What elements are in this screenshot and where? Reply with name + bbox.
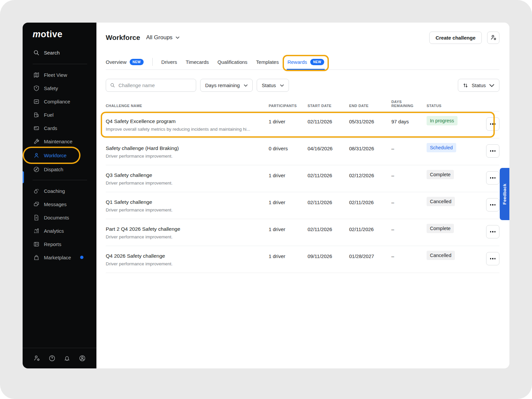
participants-cell: 1 driver — [269, 246, 308, 259]
sidebar-item-analytics[interactable]: Analytics — [23, 224, 96, 237]
end-date-cell: 01/28/2027 — [349, 246, 391, 259]
sidebar-divider — [33, 64, 87, 64]
map-icon — [33, 72, 40, 78]
row-menu-button[interactable] — [486, 117, 499, 131]
person-icon — [33, 152, 40, 159]
challenge-name: Q1 Safety challenge — [106, 199, 262, 205]
feedback-label: Feedback — [502, 184, 507, 204]
user-settings-icon[interactable] — [33, 355, 40, 362]
table-row[interactable]: Q4 Safety Excellence program Improve ove… — [106, 111, 499, 138]
report-icon — [33, 241, 40, 247]
challenge-description: Driver performance improvement. — [106, 261, 262, 266]
user-settings-button[interactable] — [487, 32, 499, 44]
sidebar-item-dispatch[interactable]: Dispatch — [23, 163, 96, 176]
challenge-search-input[interactable] — [118, 82, 192, 88]
chevron-down-icon — [176, 36, 180, 39]
sidebar-item-messages[interactable]: Messages — [23, 198, 96, 211]
days-remaining-cell: – — [391, 219, 427, 232]
tab-label: Qualifications — [217, 59, 247, 65]
table-row[interactable]: Part 2 Q4 2026 Safety challenge Driver p… — [106, 219, 499, 246]
challenge-search[interactable] — [106, 79, 196, 92]
new-badge: NEW — [310, 59, 325, 65]
tab-label: Drivers — [161, 59, 177, 65]
tab-rewards[interactable]: Rewards NEW — [287, 54, 324, 69]
filter-label: Days remaining — [205, 82, 240, 88]
fuel-icon — [33, 112, 40, 118]
shield-icon — [33, 85, 40, 91]
bag-icon — [33, 254, 40, 261]
group-selector[interactable]: All Groups — [146, 34, 179, 41]
account-icon[interactable] — [79, 355, 86, 362]
end-date-cell: 05/31/2026 — [349, 111, 391, 124]
row-menu-button[interactable] — [486, 198, 499, 211]
card-icon — [33, 125, 40, 131]
challenge-description: Improve overall safety metrics by reduci… — [106, 127, 262, 132]
notifications-icon[interactable] — [64, 355, 70, 362]
row-menu-button[interactable] — [486, 171, 499, 185]
sidebar-item-fuel[interactable]: Fuel — [23, 108, 96, 121]
chevron-down-icon — [244, 84, 248, 87]
screenshot-canvas: mmotiveotive Search Fleet View Safety Co… — [0, 0, 532, 399]
participants-cell: 1 driver — [269, 165, 308, 178]
sidebar-item-label: Maintenance — [44, 139, 72, 144]
table-row[interactable]: Q4 2026 Safety challenge Driver performa… — [106, 246, 499, 273]
sidebar-item-label: Marketplace — [44, 255, 71, 260]
tab-overview[interactable]: Overview NEW — [106, 54, 144, 69]
active-nav-indicator — [23, 171, 24, 183]
tab-templates[interactable]: Templates — [256, 54, 279, 69]
challenge-name: Safety challenge (Hard Braking) — [106, 145, 262, 151]
tab-label: Overview — [106, 59, 127, 65]
app-window: mmotiveotive Search Fleet View Safety Co… — [23, 23, 509, 368]
sidebar-item-marketplace[interactable]: Marketplace — [23, 251, 96, 264]
sidebar-item-compliance[interactable]: Compliance — [23, 95, 96, 108]
sidebar: mmotiveotive Search Fleet View Safety Co… — [23, 23, 96, 368]
table-row[interactable]: Q1 Safety challenge Driver performance i… — [106, 192, 499, 219]
tab-drivers[interactable]: Drivers — [161, 54, 177, 69]
search-icon — [33, 50, 40, 56]
sort-control[interactable]: Status — [458, 79, 499, 92]
row-menu-button[interactable] — [486, 225, 499, 238]
days-remaining-filter[interactable]: Days remaining — [200, 79, 253, 92]
column-header: Status — [427, 104, 486, 108]
start-date-cell: 09/11/2026 — [308, 246, 349, 259]
page-title: Workforce — [106, 34, 140, 42]
tab-timecards[interactable]: Timecards — [186, 54, 209, 69]
start-date-cell: 04/16/2026 — [308, 138, 349, 151]
days-remaining-cell: – — [391, 192, 427, 205]
sidebar-item-maintenance[interactable]: Maintenance — [23, 135, 96, 148]
sidebar-search-label: Search — [44, 50, 60, 56]
row-menu-button[interactable] — [486, 144, 499, 158]
participants-cell: 1 driver — [269, 111, 308, 124]
sidebar-divider — [33, 180, 87, 180]
end-date-cell: 08/31/2026 — [349, 138, 391, 151]
document-icon — [33, 214, 40, 221]
end-date-cell: 02/11/2026 — [349, 192, 391, 205]
challenge-name: Q4 Safety Excellence program — [106, 118, 262, 124]
sidebar-item-label: Safety — [44, 85, 58, 91]
row-menu-button[interactable] — [486, 252, 499, 265]
sidebar-item-label: Documents — [44, 215, 69, 220]
challenge-description: Driver performance improvement. — [106, 154, 262, 159]
tab-label: Timecards — [186, 59, 209, 65]
status-filter[interactable]: Status — [257, 79, 289, 92]
days-remaining-cell: 97 days — [391, 111, 427, 124]
help-icon[interactable] — [49, 355, 56, 362]
sidebar-item-search[interactable]: Search — [23, 45, 96, 60]
page-header: Workforce All Groups Create challenge — [106, 31, 499, 44]
tab-qualifications[interactable]: Qualifications — [217, 54, 247, 69]
sidebar-item-documents[interactable]: Documents — [23, 211, 96, 224]
create-challenge-button[interactable]: Create challenge — [429, 32, 482, 44]
status-badge: Complete — [427, 224, 454, 233]
sidebar-item-fleet-view[interactable]: Fleet View — [23, 68, 96, 81]
sidebar-item-safety[interactable]: Safety — [23, 81, 96, 95]
challenge-description: Driver performance improvement. — [106, 207, 262, 212]
sidebar-item-label: Cards — [44, 125, 57, 131]
table-row[interactable]: Q3 Safety challenge Driver performance i… — [106, 165, 499, 192]
table-row[interactable]: Safety challenge (Hard Braking) Driver p… — [106, 138, 499, 165]
sidebar-item-workforce[interactable]: Workforce — [24, 148, 79, 163]
participants-cell: 1 driver — [269, 192, 308, 205]
sidebar-item-reports[interactable]: Reports — [23, 237, 96, 251]
sidebar-item-cards[interactable]: Cards — [23, 121, 96, 135]
sidebar-item-coaching[interactable]: Coaching — [23, 184, 96, 198]
feedback-tab[interactable]: Feedback — [500, 168, 509, 220]
